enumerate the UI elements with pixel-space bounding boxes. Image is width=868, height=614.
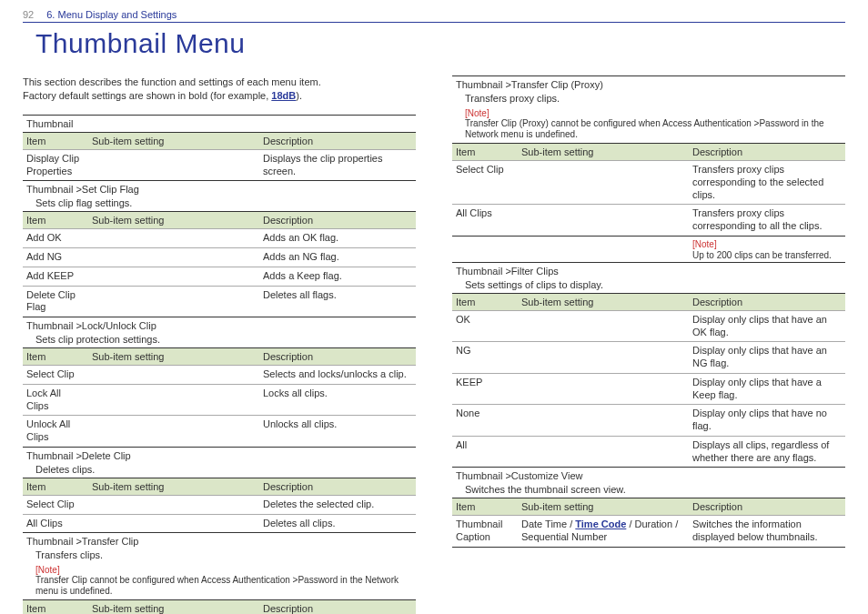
cell-desc: Switches the information displayed below…: [689, 516, 845, 548]
left-column: This section describes the function and …: [23, 75, 416, 614]
table-header-row: Item Sub-item setting Description: [23, 132, 416, 149]
section-title: Thumbnail >Delete Clip: [23, 447, 416, 464]
table-row: Select ClipDeletes the selected clip.: [23, 495, 416, 514]
col-item: Item: [452, 144, 518, 161]
section-subtitle: Transfers clips.: [23, 549, 416, 563]
cell-item: None: [452, 405, 518, 437]
col-sub: Sub-item setting: [88, 212, 259, 229]
section-subtitle: Sets clip flag settings.: [23, 197, 416, 212]
cell-desc: Locks all clips.: [259, 384, 416, 416]
cell-desc: Display only clips that have an NG flag.: [689, 342, 845, 374]
chapter-title: 6. Menu Display and Settings: [46, 9, 177, 20]
page-number: 92: [23, 9, 34, 20]
table-row: All ClipsDeletes all clips.: [23, 514, 416, 533]
cell-item: Delete Clip Flag: [23, 286, 88, 317]
section-subtitle: Transfers proxy clips.: [452, 93, 845, 106]
section-title: Thumbnail >Lock/Unlock Clip: [23, 317, 416, 335]
cell-item: Select Clip: [23, 366, 88, 385]
table-header-row: Item Sub-item setting Description: [23, 212, 416, 229]
col-sub: Sub-item setting: [518, 293, 689, 310]
table-row: Unlock All ClipsUnlocks all clips.: [23, 416, 416, 448]
cell-sub: [88, 286, 259, 317]
cell-desc: Display only clips that have an OK flag.: [689, 310, 845, 342]
cell-item: Select Clip: [23, 495, 88, 514]
content-columns: This section describes the function and …: [23, 75, 845, 614]
col-desc: Description: [259, 132, 416, 149]
table-row: Select ClipTransfers proxy clips corresp…: [452, 161, 845, 205]
col-sub: Sub-item setting: [88, 600, 259, 614]
table-header-row: Item Sub-item setting Description: [23, 600, 416, 614]
table-row: NGDisplay only clips that have an NG fla…: [452, 342, 845, 374]
page-title: Thumbnail Menu: [35, 28, 845, 59]
section-title: Thumbnail: [23, 115, 416, 132]
table-row: [Note] Up to 200 clips can be transferre…: [452, 236, 845, 263]
cell-item: Add KEEP: [23, 267, 88, 286]
note-text: Transfer Clip (Proxy) cannot be configur…: [452, 118, 845, 144]
col-sub: Sub-item setting: [88, 132, 259, 149]
intro-line-1: This section describes the function and …: [23, 76, 321, 87]
cell-item: Lock All Clips: [23, 384, 88, 416]
table-lock-unlock: Thumbnail >Lock/Unlock Clip Sets clip pr…: [23, 317, 416, 448]
cell-sub: [88, 495, 259, 514]
section-subtitle: Sets settings of clips to display.: [452, 279, 845, 294]
col-sub: Sub-item setting: [88, 478, 259, 495]
table-filter-clips: Thumbnail >Filter Clips Sets settings of…: [452, 262, 845, 468]
table-row: Add OKAdds an OK flag.: [23, 229, 416, 248]
cell-sub: [88, 514, 259, 533]
note-text: Transfer Clip cannot be configured when …: [23, 575, 416, 600]
cell-item: Thumbnail Caption: [452, 516, 518, 548]
cell-desc: Display only clips that have a Keep flag…: [689, 373, 845, 405]
cell-desc: Displays all clips, regardless of whethe…: [689, 436, 845, 468]
cell-item: Select Clip: [452, 161, 518, 205]
table-row: All ClipsTransfers proxy clips correspon…: [452, 205, 845, 237]
cell-item: KEEP: [452, 373, 518, 405]
cell-sub: [518, 205, 689, 237]
col-desc: Description: [689, 144, 845, 161]
table-row: Delete Clip FlagDeletes all flags.: [23, 286, 416, 317]
section-subtitle: Deletes clips.: [23, 464, 416, 478]
sub-text-bold: Time Code: [575, 518, 626, 529]
cell-item: All Clips: [452, 205, 518, 237]
note-label: [Note]: [23, 563, 416, 575]
cell-sub: [518, 342, 689, 374]
section-title: Thumbnail >Transfer Clip (Proxy): [452, 76, 845, 94]
table-header-row: Item Sub-item setting Description: [452, 144, 845, 161]
col-item: Item: [23, 132, 88, 149]
table-row: AllDisplays all clips, regardless of whe…: [452, 436, 845, 468]
cell-desc: Deletes the selected clip.: [259, 495, 416, 514]
note-text: Up to 200 clips can be transferred.: [692, 250, 842, 260]
table-row: Thumbnail Caption Date Time / Time Code …: [452, 516, 845, 548]
cell-desc: Transfers proxy clips corresponding to a…: [689, 205, 845, 237]
col-sub: Sub-item setting: [518, 144, 689, 161]
cell-sub: [518, 436, 689, 468]
table-row: Lock All ClipsLocks all clips.: [23, 384, 416, 416]
table-header-row: Item Sub-item setting Description: [452, 498, 845, 516]
cell-desc: Deletes all clips.: [259, 514, 416, 533]
table-row: Display Clip Properties Displays the cli…: [23, 149, 416, 181]
cell-desc: Deletes all flags.: [259, 286, 416, 317]
default-example-link[interactable]: 18dB: [271, 90, 296, 101]
table-row: OKDisplay only clips that have an OK fla…: [452, 310, 845, 342]
col-item: Item: [452, 498, 518, 516]
cell-sub: [88, 384, 259, 416]
col-desc: Description: [259, 478, 416, 495]
cell-item: NG: [452, 342, 518, 374]
cell-desc: Transfers proxy clips corresponding to t…: [689, 161, 845, 205]
cell-desc: Unlocks all clips.: [259, 416, 416, 448]
note-label: [Note]: [452, 106, 845, 118]
table-row: NoneDisplay only clips that have no flag…: [452, 405, 845, 437]
col-item: Item: [23, 212, 88, 229]
cell-item: All Clips: [23, 514, 88, 533]
cell-desc: Selects and locks/unlocks a clip.: [259, 366, 416, 385]
section-subtitle: Sets clip protection settings.: [23, 334, 416, 348]
col-desc: Description: [259, 348, 416, 366]
cell-sub: Date Time / Time Code / Duration / Seque…: [518, 516, 689, 548]
table-delete-clip: Thumbnail >Delete Clip Deletes clips. It…: [23, 447, 416, 534]
cell-item: Add NG: [23, 248, 88, 267]
cell-item: Display Clip Properties: [23, 149, 88, 181]
sub-text-pre: Date Time /: [521, 518, 575, 529]
col-item: Item: [452, 293, 518, 310]
table-header-row: Item Sub-item setting Description: [452, 293, 845, 310]
page-header: 92 6. Menu Display and Settings: [23, 9, 845, 23]
cell-sub: [518, 161, 689, 205]
